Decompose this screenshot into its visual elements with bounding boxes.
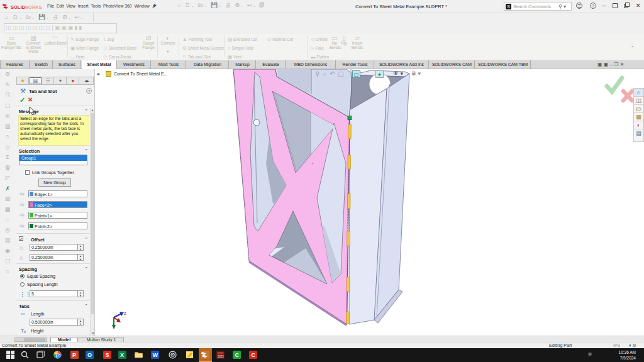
svg-text:C: C [252, 352, 256, 358]
svg-text:O: O [87, 352, 92, 358]
svg-text:C: C [235, 352, 240, 358]
svg-text:W: W [153, 352, 158, 358]
svg-text:S: S [106, 352, 109, 358]
svg-text:SOLID: SOLID [11, 4, 26, 10]
svg-text:P: P [72, 352, 76, 358]
svg-text:WORKS: WORKS [24, 4, 42, 10]
svg-text:X: X [120, 352, 124, 358]
svg-text:2023: 2023 [218, 355, 225, 358]
svg-text:Z: Z [124, 312, 126, 315]
